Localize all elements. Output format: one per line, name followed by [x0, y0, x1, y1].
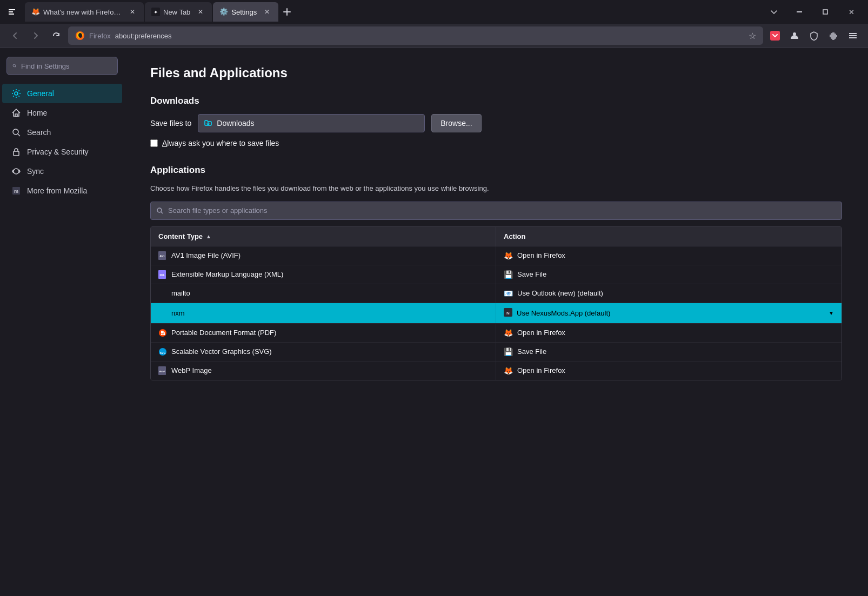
svg-point-16 — [13, 129, 18, 135]
sidebar-label-general: General — [27, 89, 54, 98]
sidebar-item-general[interactable]: General — [2, 84, 122, 103]
svg-icon: SVG — [158, 347, 167, 356]
new-tab-button[interactable] — [279, 4, 295, 19]
page-title: Files and Applications — [150, 65, 842, 81]
tab-bar: 🦊 What's new with Firefox - More ✕ ✦ New… — [0, 0, 868, 24]
applications-table: Content Type ▲ Action AV1 — [150, 226, 842, 380]
sync-icon — [11, 166, 22, 177]
always-ask-label[interactable]: Always ask you where to save files — [162, 139, 279, 148]
download-folder-icon — [204, 118, 212, 129]
tab-close-1[interactable]: ✕ — [128, 7, 137, 17]
browser-chrome: 🦊 What's new with Firefox - More ✕ ✦ New… — [0, 0, 868, 48]
search-nav-icon — [11, 127, 22, 138]
browse-button[interactable]: Browse... — [431, 114, 481, 132]
collapse-tabs-btn[interactable] — [4, 4, 19, 19]
sidebar: General Home Search — [0, 48, 124, 596]
menu-button[interactable] — [844, 27, 862, 44]
table-row[interactable]: SVG Scalable Vector Graphics (SVG) 💾 Sav… — [151, 343, 842, 361]
tab-overflow-button[interactable] — [766, 4, 782, 19]
table-row[interactable]: PDF Portable Document Format (PDF) 🦊 Ope… — [151, 324, 842, 343]
col-header-content-type[interactable]: Content Type ▲ — [151, 227, 496, 246]
cell-action-mailto: 📧 Use Outlook (new) (default) — [496, 284, 842, 303]
sidebar-label-search: Search — [27, 128, 51, 137]
sidebar-item-privacy[interactable]: Privacy & Security — [2, 142, 122, 162]
forward-button[interactable] — [27, 27, 44, 44]
sidebar-item-home[interactable]: Home — [2, 103, 122, 123]
back-button[interactable] — [6, 27, 24, 44]
pocket-button[interactable] — [766, 27, 784, 44]
content-area: Files and Applications Downloads Save fi… — [124, 48, 868, 596]
mozilla-icon: m — [11, 185, 22, 196]
col-header-action: Action — [496, 227, 842, 246]
bookmark-button[interactable]: ☆ — [749, 31, 756, 41]
firefox-action-icon-2: 🦊 — [504, 329, 513, 337]
search-apps-input[interactable] — [168, 206, 836, 215]
pdf-icon: PDF — [158, 329, 167, 337]
cell-content-type-webp: WebP WebP Image — [151, 361, 496, 380]
tab-label-2: New Tab — [163, 8, 190, 16]
tab-close-2[interactable]: ✕ — [196, 7, 205, 17]
cell-content-type-mailto: mailto — [151, 284, 496, 303]
svg-text:XML: XML — [159, 274, 165, 277]
downloads-path-selector[interactable]: Downloads — [198, 114, 425, 132]
table-row[interactable]: WebP WebP Image 🦊 Open in Firefox — [151, 361, 842, 380]
cell-action-nxm[interactable]: N Use NexusMods.App (default) ▼ — [496, 303, 842, 323]
reload-button[interactable] — [48, 27, 65, 44]
cell-action-webp: 🦊 Open in Firefox — [496, 361, 842, 380]
nav-right-toolbar — [766, 27, 862, 44]
always-ask-checkbox[interactable] — [150, 139, 158, 147]
general-icon — [11, 88, 22, 99]
tab-settings[interactable]: ⚙️ Settings ✕ — [213, 2, 278, 22]
mailto-icon — [158, 289, 167, 298]
always-ask-row: Always ask you where to save files — [150, 139, 842, 148]
svg-point-20 — [157, 208, 162, 212]
main-layout: General Home Search — [0, 48, 868, 596]
webp-icon: WebP — [158, 366, 167, 375]
cell-action-avif: 🦊 Open in Firefox — [496, 246, 842, 265]
search-apps-bar[interactable] — [150, 202, 842, 220]
table-row[interactable]: mailto 📧 Use Outlook (new) (default) — [151, 284, 842, 303]
svg-rect-6 — [823, 10, 827, 14]
svg-text:m: m — [14, 189, 18, 194]
svg-rect-2 — [9, 14, 14, 15]
tab-close-3[interactable]: ✕ — [262, 7, 272, 17]
sidebar-item-search[interactable]: Search — [2, 123, 122, 142]
firefox-logo-icon — [75, 31, 85, 41]
svg-text:N: N — [506, 311, 510, 316]
svg-rect-15 — [15, 114, 17, 116]
svg-rect-0 — [9, 9, 15, 10]
address-domain: Firefox — [89, 32, 111, 40]
shield-button[interactable] — [805, 27, 823, 44]
table-header: Content Type ▲ Action — [151, 227, 842, 246]
svg-rect-11 — [849, 35, 857, 36]
navigation-bar: Firefox about:preferences ☆ — [0, 24, 868, 48]
table-row-selected[interactable]: nxm N Use NexusMods.App (default) ▼ — [151, 303, 842, 324]
svg-text:WebP: WebP — [159, 370, 165, 373]
extensions-button[interactable] — [825, 27, 842, 44]
save-files-label: Save files to — [150, 119, 191, 128]
search-apps-icon — [156, 207, 164, 215]
table-row[interactable]: XML Extensible Markup Language (XML) 💾 S… — [151, 265, 842, 284]
address-bar[interactable]: Firefox about:preferences ☆ — [68, 26, 763, 45]
window-controls: ✕ — [787, 3, 864, 21]
sidebar-item-mozilla[interactable]: m More from Mozilla — [2, 181, 122, 200]
cell-content-type-xml: XML Extensible Markup Language (XML) — [151, 265, 496, 284]
dropdown-arrow-icon: ▼ — [829, 310, 834, 316]
tab-favicon-2: ✦ — [151, 8, 160, 16]
close-window-button[interactable]: ✕ — [839, 3, 864, 21]
tab-whats-new[interactable]: 🦊 What's new with Firefox - More ✕ — [25, 2, 144, 22]
cell-content-type-nxm: nxm — [151, 303, 496, 323]
minimize-button[interactable] — [787, 3, 812, 21]
svg-rect-10 — [849, 33, 857, 34]
find-in-settings-input[interactable] — [21, 62, 112, 70]
tab-new-tab[interactable]: ✦ New Tab ✕ — [145, 2, 212, 22]
table-row[interactable]: AV1 AV1 Image File (AVIF) 🦊 Open in Fire… — [151, 246, 842, 265]
tab-bar-controls — [4, 4, 19, 19]
account-button[interactable] — [786, 27, 803, 44]
sidebar-item-sync[interactable]: Sync — [2, 162, 122, 181]
downloads-path-text: Downloads — [217, 119, 254, 128]
save-action-icon-1: 💾 — [504, 270, 513, 279]
svg-point-13 — [13, 64, 16, 67]
find-in-settings-bar[interactable] — [6, 57, 118, 75]
maximize-button[interactable] — [813, 3, 838, 21]
